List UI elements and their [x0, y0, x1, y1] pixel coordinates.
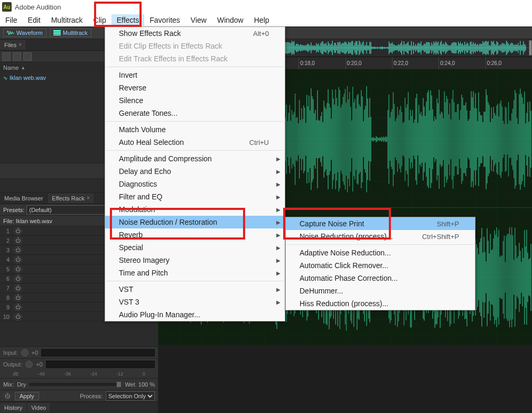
apply-row: ⏻ Apply Process: Selection Only — [0, 390, 158, 401]
mix-label: Mix: — [3, 381, 14, 388]
tab-media-browser[interactable]: Media Browser — [0, 194, 48, 203]
slot-power-icon[interactable]: ⏻ — [14, 265, 22, 273]
chevron-right-icon: ▶ — [276, 258, 281, 263]
column-name[interactable]: Name — [3, 65, 18, 71]
chevron-right-icon: ▶ — [276, 245, 281, 251]
ruler-tick: 0:18,0 — [298, 57, 345, 69]
slot-power-icon[interactable]: ⏻ — [14, 246, 22, 254]
menu-item-diagnostics[interactable]: Diagnostics▶ — [105, 178, 285, 190]
rack-power-icon[interactable]: ⏻ — [3, 392, 12, 400]
menu-item-hiss-reduction-process[interactable]: Hiss Reduction (process)... — [286, 297, 475, 310]
db-tick: -36 — [64, 371, 71, 377]
menu-item-vst[interactable]: VST▶ — [105, 283, 285, 296]
new-file-icon[interactable] — [13, 52, 21, 61]
menu-item-auto-heal-selection[interactable]: Auto Heal SelectionCtrl+U — [105, 136, 285, 149]
slot-power-icon[interactable]: ⏻ — [14, 227, 22, 235]
effects-menu[interactable]: Show Effects RackAlt+0Edit Clip Effects … — [105, 26, 285, 322]
open-file-icon[interactable] — [2, 52, 11, 61]
db-scale: dB-48-36-24-120 — [0, 370, 158, 378]
title-bar: Au Adobe Audition — [0, 0, 532, 14]
menu-favorites[interactable]: Favorites — [144, 14, 185, 26]
menu-item-generate-tones[interactable]: Generate Tones... — [105, 107, 285, 120]
menu-item-show-effects-rack[interactable]: Show Effects RackAlt+0 — [105, 27, 285, 40]
input-row: Input: +0 — [0, 346, 158, 358]
noise-reduction-submenu[interactable]: Capture Noise PrintShift+PNoise Reductio… — [285, 217, 475, 310]
menu-item-modulation[interactable]: Modulation▶ — [105, 203, 285, 216]
close-icon[interactable]: × — [18, 42, 22, 48]
close-icon[interactable]: × — [87, 195, 90, 201]
presets-label: Presets: — [3, 207, 24, 213]
menu-help[interactable]: Help — [249, 14, 275, 26]
menu-item-match-volume[interactable]: Match Volume — [105, 123, 285, 136]
menu-item-stereo-imagery[interactable]: Stereo Imagery▶ — [105, 254, 285, 267]
menu-item-dehummer[interactable]: DeHummer... — [286, 284, 475, 297]
tab-effects-rack[interactable]: Effects Rack × — [48, 194, 94, 203]
menu-item-edit-clip-effects-in-effects-rack: Edit Clip Effects in Effects Rack — [105, 40, 285, 52]
sort-up-icon[interactable]: ▲ — [21, 65, 25, 70]
menu-item-automatic-phase-correction[interactable]: Automatic Phase Correction... — [286, 272, 475, 284]
chevron-right-icon: ▶ — [276, 219, 281, 225]
menu-file[interactable]: File — [0, 14, 23, 26]
db-tick: -48 — [38, 371, 45, 377]
slot-power-icon[interactable]: ⏻ — [14, 294, 22, 301]
menu-item-automatic-click-remover[interactable]: Automatic Click Remover... — [286, 259, 475, 272]
slot-power-icon[interactable]: ⏻ — [14, 304, 22, 311]
files-tab[interactable]: Files × — [0, 40, 26, 50]
output-value: +0 — [36, 361, 43, 368]
svg-rect-2 — [53, 34, 61, 35]
input-knob[interactable] — [21, 349, 29, 356]
mix-dry-label: Dry — [17, 381, 26, 388]
menu-item-audio-plug-in-manager[interactable]: Audio Plug-In Manager... — [105, 308, 285, 321]
chevron-right-icon: ▶ — [276, 299, 281, 305]
rack-file-label: File: Iklan web.wav — [3, 218, 52, 224]
menu-effects[interactable]: Effects — [111, 14, 145, 26]
tab-history[interactable]: History — [0, 403, 27, 412]
menu-item-vst-3[interactable]: VST 3▶ — [105, 296, 285, 308]
menu-view[interactable]: View — [185, 14, 212, 26]
chevron-right-icon: ▶ — [276, 169, 281, 175]
output-knob[interactable] — [25, 361, 33, 368]
menu-item-special[interactable]: Special▶ — [105, 241, 285, 254]
slot-power-icon[interactable]: ⏻ — [14, 237, 22, 244]
menu-window[interactable]: Window — [212, 14, 249, 26]
ruler-tick: 0:24,0 — [438, 57, 485, 69]
waveform-icon: ∿ — [3, 75, 7, 81]
svg-rect-0 — [53, 30, 61, 32]
import-icon[interactable] — [23, 52, 32, 61]
chevron-right-icon: ▶ — [276, 287, 281, 292]
menu-item-invert[interactable]: Invert — [105, 69, 285, 81]
bottom-tabs: HistoryVideo — [0, 401, 158, 413]
mix-row: Mix: Dry Wet 100 % — [0, 378, 158, 390]
files-tab-label: Files — [4, 42, 16, 48]
menu-item-adaptive-noise-reduction[interactable]: Adaptive Noise Reduction... — [286, 246, 475, 259]
menu-edit[interactable]: Edit — [23, 14, 46, 26]
menu-item-filter-and-eq[interactable]: Filter and EQ▶ — [105, 190, 285, 203]
slot-power-icon[interactable]: ⏻ — [14, 284, 22, 292]
multitrack-mode-button[interactable]: Multitrack — [50, 29, 91, 37]
slot-power-icon[interactable]: ⏻ — [14, 313, 22, 320]
process-select[interactable]: Selection Only — [106, 391, 155, 401]
menu-item-delay-and-echo[interactable]: Delay and Echo▶ — [105, 165, 285, 178]
menu-item-time-and-pitch[interactable]: Time and Pitch▶ — [105, 267, 285, 279]
menu-item-silence[interactable]: Silence — [105, 94, 285, 107]
slot-power-icon[interactable]: ⏻ — [14, 256, 22, 263]
multitrack-label: Multitrack — [63, 30, 88, 36]
db-tick: -12 — [116, 371, 123, 377]
waveform-mode-button[interactable]: Waveform — [3, 29, 46, 37]
mix-slider[interactable] — [29, 383, 122, 386]
slot-power-icon[interactable]: ⏻ — [14, 275, 22, 282]
overview-handle-right[interactable] — [529, 40, 532, 56]
menu-item-reverb[interactable]: Reverb▶ — [105, 228, 285, 241]
apply-button[interactable]: Apply — [15, 392, 39, 400]
menu-clip[interactable]: Clip — [88, 14, 111, 26]
menu-item-capture-noise-print[interactable]: Capture Noise PrintShift+P — [286, 217, 475, 230]
output-meter — [46, 361, 155, 368]
menu-item-noise-reduction-process[interactable]: Noise Reduction (process)...Ctrl+Shift+P — [286, 230, 475, 243]
tab-video[interactable]: Video — [27, 403, 51, 412]
menu-item-noise-reduction-restoration[interactable]: Noise Reduction / Restoration▶ — [105, 216, 285, 228]
input-meter — [41, 349, 155, 356]
menu-item-reverse[interactable]: Reverse — [105, 81, 285, 94]
menu-multitrack[interactable]: Multitrack — [46, 14, 88, 26]
db-tick: -24 — [90, 371, 97, 377]
menu-item-amplitude-and-compression[interactable]: Amplitude and Compression▶ — [105, 152, 285, 165]
